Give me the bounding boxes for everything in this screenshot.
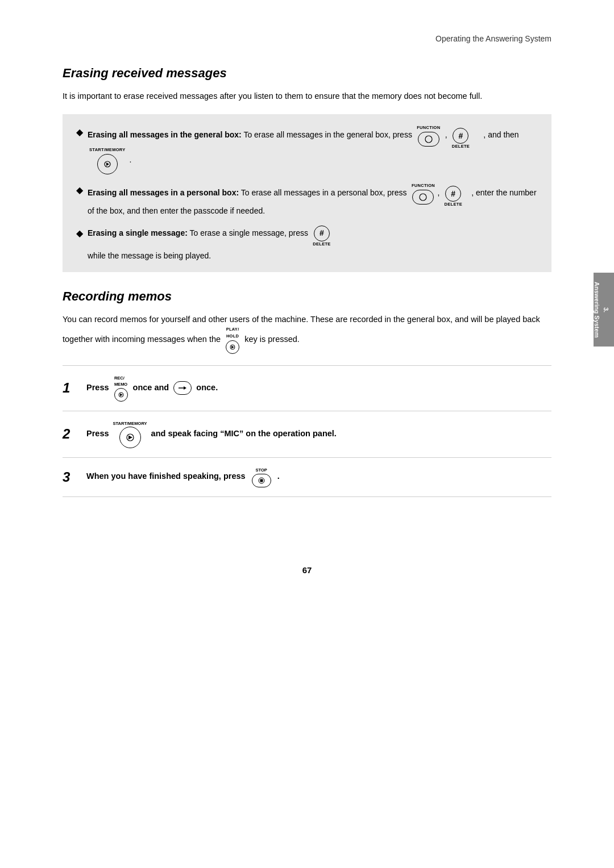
- svg-marker-5: [231, 346, 234, 349]
- rec-memo-label: REC/MEMO: [114, 375, 127, 388]
- hash-button-2[interactable]: # DELETE: [445, 186, 461, 202]
- delete-label-below-1: DELETE: [452, 143, 470, 150]
- step-2-number-text: 2: [63, 426, 70, 441]
- svg-marker-11: [128, 435, 132, 439]
- recording-intro-end: key is pressed.: [244, 335, 300, 344]
- bullet-2-text: Erasing all messages in a personal box: …: [88, 182, 538, 217]
- step-1-row: 1 Press REC/MEMO once and once.: [63, 365, 551, 411]
- step-2-press: Press: [86, 429, 109, 438]
- step-3-number-text: 3: [63, 469, 70, 485]
- erasing-grey-box: ◆ Erasing all messages in the general bo…: [63, 114, 551, 272]
- function-btn-wrapper-2: FUNCTION: [410, 182, 435, 205]
- step-1-press: Press: [86, 383, 109, 392]
- step-2-number: 2: [63, 424, 83, 444]
- rec-memo-button[interactable]: [114, 388, 128, 402]
- step-3-number: 3: [63, 467, 83, 487]
- page-number-text: 67: [302, 565, 312, 575]
- step-2-content: Press START/MEMORY and speak facing “MIC…: [86, 420, 551, 448]
- start-memory-button-1[interactable]: [97, 154, 118, 174]
- erasing-section-title: Erasing received messages: [63, 66, 551, 81]
- stop-button[interactable]: [252, 474, 271, 487]
- hash-btn-wrapper-3: # DELETE: [312, 226, 331, 241]
- svg-marker-2: [106, 162, 109, 166]
- bullet-3-cont: while the message is being played.: [88, 249, 538, 262]
- svg-point-0: [425, 136, 432, 143]
- step-1-arrow-button[interactable]: [173, 381, 192, 395]
- main-content: Erasing received messages It is importan…: [0, 55, 614, 520]
- hash-symbol-3: #: [320, 227, 324, 239]
- step-3-end: .: [277, 472, 280, 481]
- recording-section-title: Recording memos: [63, 289, 551, 304]
- step-1-once-and: once and: [133, 383, 169, 392]
- start-memory-label-step2: START/MEMORY: [113, 420, 147, 427]
- page-number: 67: [0, 565, 614, 575]
- function-btn-wrapper-1: FUNCTION: [416, 124, 441, 147]
- bullet-1-bold: Erasing all messages in the general box:: [88, 130, 242, 139]
- header-title: Operating the Answering System: [435, 34, 551, 43]
- steps-section: 1 Press REC/MEMO once and once.: [63, 365, 551, 497]
- start-memory-wrapper-2: START/MEMORY: [113, 420, 147, 448]
- bullet-diamond-1: ◆: [76, 125, 83, 140]
- hash-btn-wrapper-2: # DELETE: [443, 185, 463, 202]
- hash-button-3[interactable]: # DELETE: [314, 226, 330, 241]
- svg-point-3: [420, 194, 426, 201]
- function-button-2[interactable]: [412, 190, 434, 205]
- period-1: .: [130, 155, 132, 164]
- hash-symbol-1: #: [459, 130, 463, 142]
- bullet-2: ◆ Erasing all messages in a personal box…: [76, 182, 538, 217]
- svg-marker-9: [184, 386, 186, 390]
- recording-intro-text: You can record memos for yourself and ot…: [63, 315, 540, 344]
- hash-button-1[interactable]: # DELETE: [453, 128, 468, 144]
- bullet-1-text: Erasing all messages in the general box:…: [88, 124, 538, 174]
- step-1-number-text: 1: [63, 380, 70, 395]
- comma-2: ,: [437, 188, 439, 197]
- erasing-intro: It is important to erase received messag…: [63, 90, 551, 103]
- sidebar-label: Answering System: [594, 282, 600, 337]
- delete-label-below-2: DELETE: [445, 201, 462, 208]
- sidebar-tab: 3. Answering System: [594, 273, 614, 347]
- step-3-content: When you have finished speaking, press S…: [86, 467, 551, 487]
- delete-label-below-3: DELETE: [313, 241, 330, 248]
- hash-symbol-2: #: [451, 187, 455, 200]
- function-label-2: FUNCTION: [412, 182, 435, 189]
- step-2-row: 2 Press START/MEMORY and speak facing “M…: [63, 411, 551, 457]
- function-button-1[interactable]: [418, 132, 439, 147]
- step-3-row: 3 When you have finished speaking, press…: [63, 457, 551, 497]
- play-hold-label-intro: PLAY/HOLD: [226, 326, 239, 340]
- bullet-diamond-3: ◆: [76, 226, 83, 241]
- bullet-3-bold: Erasing a single message:: [88, 228, 188, 237]
- step-2-end: and speak facing “MIC” on the operation …: [151, 429, 337, 438]
- page-header: Operating the Answering System: [0, 0, 614, 55]
- step-1-content: Press REC/MEMO once and once.: [86, 375, 551, 402]
- bullet-2-bold: Erasing all messages in a personal box:: [88, 188, 239, 197]
- bullet-3-text: Erasing a single message: To erase a sin…: [88, 226, 538, 262]
- step-3-text: When you have finished speaking, press: [86, 472, 246, 481]
- start-memory-label-1: START/MEMORY: [89, 147, 126, 153]
- svg-rect-13: [260, 479, 263, 482]
- start-memory-wrapper-1: START/MEMORY: [89, 147, 126, 174]
- bullet-3: ◆ Erasing a single message: To erase a s…: [76, 226, 538, 262]
- bullet-1: ◆ Erasing all messages in the general bo…: [76, 124, 538, 174]
- step-1-end: once.: [196, 383, 218, 392]
- rec-memo-wrapper: REC/MEMO: [113, 375, 129, 402]
- step-1-number: 1: [63, 378, 83, 398]
- start-memory-button-2[interactable]: [119, 427, 141, 448]
- comma-1: ,: [445, 130, 450, 139]
- function-label-1: FUNCTION: [417, 124, 440, 131]
- play-hold-button-intro[interactable]: [226, 340, 239, 354]
- stop-label: STOP: [255, 467, 267, 473]
- svg-marker-7: [120, 393, 123, 396]
- sidebar-number: 3.: [603, 307, 609, 312]
- hash-btn-wrapper-1: # DELETE: [451, 127, 470, 144]
- and-then-1: , and then: [483, 130, 518, 139]
- stop-btn-wrapper: STOP: [250, 467, 273, 487]
- recording-intro: You can record memos for yourself and ot…: [63, 313, 551, 354]
- play-hold-wrapper-intro: PLAY/HOLD: [225, 326, 240, 354]
- bullet-diamond-2: ◆: [76, 183, 83, 198]
